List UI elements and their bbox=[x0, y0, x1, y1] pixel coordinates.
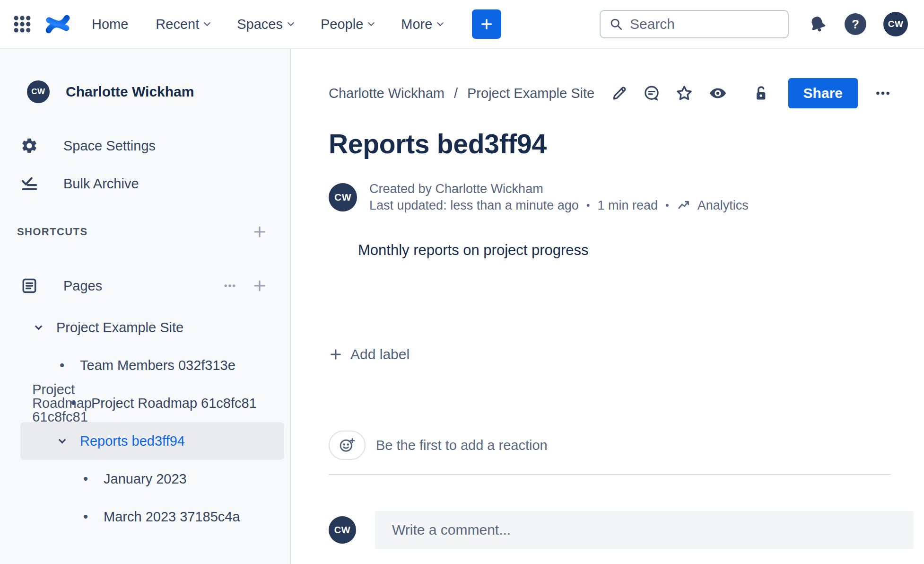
confluence-logo[interactable] bbox=[44, 11, 71, 37]
share-button[interactable]: Share bbox=[788, 78, 858, 108]
page-title: Reports bed3ff94 bbox=[329, 128, 891, 160]
ellipsis-icon bbox=[875, 85, 891, 101]
tree-item-january-2023[interactable]: • January 2023 bbox=[20, 460, 284, 498]
tree-item-project-roadmap[interactable]: Project Roadmap 61c8fc81 • Project Roadm… bbox=[20, 384, 284, 422]
plus-icon bbox=[479, 17, 494, 31]
analytics-chart-icon bbox=[677, 198, 692, 213]
tree-item-label: Reports bed3ff94 bbox=[80, 433, 185, 449]
bulk-archive-icon bbox=[19, 175, 40, 193]
shortcuts-section-header: SHORTCUTS bbox=[0, 217, 290, 247]
plus-icon bbox=[252, 224, 267, 239]
nav-people[interactable]: People bbox=[321, 17, 374, 32]
eye-icon bbox=[708, 83, 728, 103]
chevron-down-icon bbox=[437, 19, 444, 26]
tree-item-team-members[interactable]: • Team Members 032f313e bbox=[20, 346, 284, 384]
tree-item-march-2023[interactable]: • March 2023 37185c4a bbox=[20, 498, 284, 536]
nav-spaces-label: Spaces bbox=[237, 17, 283, 32]
page-actions: Share bbox=[596, 78, 891, 108]
page-content: Charlotte Wickham / Project Example Site bbox=[291, 49, 924, 564]
last-updated-text[interactable]: Last updated: less than a minute ago bbox=[369, 197, 579, 214]
edit-button[interactable] bbox=[610, 84, 628, 102]
user-avatar[interactable]: CW bbox=[883, 12, 908, 36]
ellipsis-icon bbox=[223, 279, 237, 293]
tree-item-label: Project Example Site bbox=[56, 320, 183, 335]
favorite-button[interactable] bbox=[675, 84, 694, 103]
page-tree: Project Example Site • Team Members 032f… bbox=[0, 308, 290, 536]
read-time-text: 1 min read bbox=[598, 197, 658, 214]
sidebar-item-bulk-archive[interactable]: Bulk Archive bbox=[0, 165, 290, 203]
reaction-placeholder-text: Be the first to add a reaction bbox=[376, 438, 548, 453]
confluence-app: Home Recent Spaces People More bbox=[0, 0, 924, 564]
chevron-down-icon bbox=[204, 19, 210, 26]
restrictions-button[interactable] bbox=[750, 84, 768, 102]
sidebar-item-space-settings[interactable]: Space Settings bbox=[0, 127, 290, 165]
comment-button[interactable] bbox=[643, 84, 661, 102]
smiley-add-icon bbox=[339, 437, 356, 454]
page-more-button[interactable] bbox=[875, 85, 891, 101]
pages-icon bbox=[19, 277, 40, 295]
chevron-down-icon[interactable] bbox=[56, 439, 68, 444]
plus-icon bbox=[329, 347, 343, 361]
pages-header-label: Pages bbox=[63, 278, 223, 294]
add-reaction-button[interactable] bbox=[329, 431, 366, 460]
nav-home[interactable]: Home bbox=[92, 17, 128, 32]
create-button[interactable] bbox=[472, 9, 501, 39]
nav-more-label: More bbox=[401, 17, 432, 32]
shortcuts-header-label: SHORTCUTS bbox=[17, 226, 88, 238]
nav-spaces[interactable]: Spaces bbox=[237, 17, 293, 32]
reaction-row: Be the first to add a reaction bbox=[329, 431, 891, 460]
nav-people-label: People bbox=[321, 17, 363, 32]
bullet-icon: • bbox=[68, 397, 79, 410]
breadcrumb-space[interactable]: Charlotte Wickham bbox=[329, 86, 445, 101]
space-name: Charlotte Wickham bbox=[66, 84, 194, 100]
tree-item-label: January 2023 bbox=[104, 471, 187, 487]
unlock-icon bbox=[750, 84, 768, 102]
notifications-button[interactable] bbox=[808, 14, 828, 34]
add-page-button[interactable] bbox=[252, 278, 267, 293]
author-avatar[interactable]: CW bbox=[329, 183, 357, 212]
question-mark-icon: ? bbox=[852, 17, 859, 32]
tree-item-label: Project Roadmap 61c8fc81 bbox=[91, 396, 257, 411]
bullet-icon: • bbox=[80, 510, 91, 524]
search-icon bbox=[609, 17, 623, 31]
nav-recent[interactable]: Recent bbox=[156, 17, 209, 32]
help-button[interactable]: ? bbox=[845, 13, 866, 35]
space-sidebar: CW Charlotte Wickham Space Settings bbox=[0, 49, 291, 564]
star-icon bbox=[675, 84, 694, 103]
nav-home-label: Home bbox=[92, 17, 128, 32]
breadcrumb-separator: / bbox=[454, 86, 458, 101]
app-switcher-button[interactable] bbox=[12, 14, 32, 34]
bullet-icon: • bbox=[80, 472, 91, 486]
comment-icon bbox=[643, 84, 661, 102]
tree-item-label: March 2023 37185c4a bbox=[104, 509, 240, 525]
search-box[interactable] bbox=[600, 10, 789, 38]
breadcrumb-parent-page[interactable]: Project Example Site bbox=[467, 86, 594, 101]
primary-nav: Home Recent Spaces People More bbox=[92, 17, 470, 32]
tree-item-reports-selected[interactable]: Reports bed3ff94 bbox=[20, 422, 284, 460]
byline: CW Created by Charlotte Wickham Last upd… bbox=[329, 181, 891, 214]
analytics-link[interactable]: Analytics bbox=[677, 197, 749, 214]
add-label-button[interactable]: Add label bbox=[329, 344, 410, 365]
sidebar-item-label: Space Settings bbox=[63, 138, 156, 154]
watch-button[interactable] bbox=[708, 83, 728, 103]
add-label-text: Add label bbox=[350, 346, 410, 362]
sidebar-pages-header[interactable]: Pages bbox=[0, 267, 290, 305]
bullet-icon: Project Roadmap 61c8fc81 bbox=[56, 383, 68, 424]
page-body-text: Monthly reports on project progress bbox=[358, 240, 891, 260]
created-by-text: Created by Charlotte Wickham bbox=[369, 181, 749, 197]
pages-more-button[interactable] bbox=[223, 279, 237, 293]
add-shortcut-button[interactable] bbox=[252, 224, 267, 239]
comment-input[interactable] bbox=[375, 511, 914, 549]
confluence-logo-icon bbox=[44, 11, 71, 37]
plus-icon bbox=[252, 278, 267, 293]
search-input[interactable] bbox=[630, 16, 779, 32]
chevron-down-icon[interactable] bbox=[33, 325, 44, 330]
comments-divider bbox=[329, 474, 891, 475]
nav-more[interactable]: More bbox=[401, 17, 443, 32]
sidebar-item-label: Bulk Archive bbox=[63, 176, 139, 192]
analytics-label: Analytics bbox=[697, 197, 749, 214]
commenter-avatar: CW bbox=[329, 516, 356, 544]
space-header[interactable]: CW Charlotte Wickham bbox=[0, 79, 290, 105]
tree-item-project-example-site[interactable]: Project Example Site bbox=[20, 308, 284, 346]
tree-item-label: Team Members 032f313e bbox=[80, 358, 235, 373]
